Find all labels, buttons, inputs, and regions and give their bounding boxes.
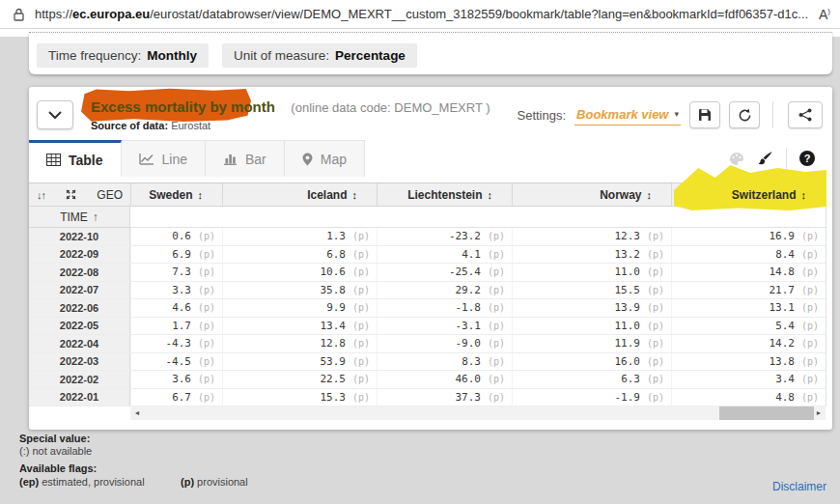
value-cell: 16.9(p) xyxy=(671,228,826,245)
geo-dimension-label: GEO xyxy=(97,188,123,202)
palette-icon[interactable] xyxy=(729,152,744,166)
value-cell: 53.9(p) xyxy=(222,353,377,371)
provisional-flag: (p) xyxy=(346,285,377,295)
provisional-flag: (p) xyxy=(640,266,671,277)
unit-of-measure-chip[interactable]: Unit of measure:Percentage xyxy=(222,43,417,68)
provisional-flag: (p) xyxy=(191,266,222,277)
time-dimension-header[interactable]: TIME ↑ xyxy=(29,207,130,228)
provisional-flag: (p) xyxy=(191,231,222,241)
collapse-panel-button[interactable] xyxy=(37,100,73,129)
column-header-iceland[interactable]: Iceland↕ xyxy=(222,183,377,206)
value-text: 6.7 xyxy=(172,391,191,404)
column-header-sweden[interactable]: Sweden↕ xyxy=(130,183,222,206)
value-text: 35.8 xyxy=(321,284,347,296)
table-row: 2022-016.7(p)15.3(p)37.3(p)-1.9(p)4.8(p) xyxy=(29,389,826,407)
value-text: -4.3 xyxy=(166,337,192,350)
tools-divider xyxy=(786,148,787,169)
brush-icon[interactable] xyxy=(757,151,773,166)
value-cell: 8.4(p) xyxy=(671,246,826,264)
value-text: 1.7 xyxy=(172,320,191,332)
chevron-down-icon xyxy=(48,111,62,120)
chevron-down-icon: ▾ xyxy=(674,109,679,119)
value-cell: -9.0(p) xyxy=(377,335,512,352)
browser-address-bar[interactable]: https://ec.europa.eu/eurostat/databrowse… xyxy=(0,0,840,29)
scroll-left-arrow[interactable]: ◄ xyxy=(130,406,144,420)
table-column-header-row: ↓↑ GEO Sweden↕ Iceland↕ Liechtenstein↕ N… xyxy=(29,183,826,207)
value-text: 5.4 xyxy=(775,320,795,332)
value-cell: 46.0(p) xyxy=(377,371,512,388)
scrollbar-track[interactable] xyxy=(144,406,812,420)
flag-ep-legend: (ep) estimated, provisional xyxy=(19,476,145,488)
value-text: 6.8 xyxy=(326,248,346,261)
value-text: 11.0 xyxy=(615,320,641,332)
value-cell: 4.8(p) xyxy=(671,389,826,406)
view-selector-dropdown[interactable]: Bookmark view ▾ xyxy=(574,105,681,126)
special-value-label: Special value: xyxy=(19,433,90,444)
tab-bar[interactable]: Bar xyxy=(206,140,285,177)
value-text: -25.4 xyxy=(449,266,481,278)
value-text: 11.9 xyxy=(615,337,641,350)
refresh-button[interactable] xyxy=(729,101,760,128)
sort-updown-icon: ↕ xyxy=(647,189,653,201)
provisional-flag: (p) xyxy=(640,392,671,403)
tab-map[interactable]: Map xyxy=(285,140,365,177)
url-text[interactable]: https://ec.europa.eu/eurostat/databrowse… xyxy=(35,7,811,21)
column-header-switzerland[interactable]: Switzerland↕ xyxy=(671,183,826,206)
column-header-norway[interactable]: Norway↕ xyxy=(512,183,671,206)
value-text: 13.8 xyxy=(770,355,796,368)
value-cell: 3.4(p) xyxy=(671,371,826,388)
provisional-flag: (p) xyxy=(346,302,377,313)
value-text: 46.0 xyxy=(456,373,482,385)
provisional-flag: (p) xyxy=(481,249,512,260)
value-text: 4.8 xyxy=(775,391,795,404)
expand-icon[interactable] xyxy=(66,189,76,200)
value-cell: 37.3(p) xyxy=(377,389,512,406)
help-icon[interactable]: ? xyxy=(799,151,815,166)
data-browser-panel: Excess mortality by month (online data c… xyxy=(29,87,832,430)
provisional-flag: (p) xyxy=(191,249,222,260)
tab-table[interactable]: Table xyxy=(29,140,122,177)
value-text: 37.3 xyxy=(456,391,482,404)
disclaimer-link[interactable]: Disclaimer xyxy=(772,480,826,493)
save-view-button[interactable] xyxy=(689,101,720,128)
value-text: 12.8 xyxy=(321,337,347,350)
table-row: 2022-073.3(p)35.8(p)29.2(p)15.5(p)21.7(p… xyxy=(29,282,826,300)
value-text: 13.4 xyxy=(321,320,347,332)
time-cell: 2022-04 xyxy=(29,335,130,352)
provisional-flag: (p) xyxy=(481,285,512,295)
provisional-flag: (p) xyxy=(795,249,826,260)
provisional-flag: (p) xyxy=(481,266,512,277)
value-cell: 6.7(p) xyxy=(130,389,222,406)
value-text: -23.2 xyxy=(449,230,481,242)
time-frequency-chip[interactable]: Time frequency:Monthly xyxy=(37,43,209,68)
view-tabs: Table Line Bar Map ? xyxy=(29,140,832,177)
value-text: 29.2 xyxy=(456,284,482,296)
provisional-flag: (p) xyxy=(346,321,377,331)
provisional-flag: (p) xyxy=(346,356,377,367)
value-text: -4.5 xyxy=(166,355,192,368)
scroll-right-arrow[interactable]: ► xyxy=(812,406,826,420)
value-cell: 4.1(p) xyxy=(377,246,512,264)
tab-line[interactable]: Line xyxy=(122,140,206,177)
sort-icon[interactable]: ↓↑ xyxy=(37,189,45,201)
read-aloud-icon[interactable]: A) xyxy=(819,7,830,22)
value-text: -1.9 xyxy=(615,391,641,404)
value-cell: 13.4(p) xyxy=(222,318,377,335)
value-cell: 13.1(p) xyxy=(671,299,826,317)
provisional-flag: (p) xyxy=(346,231,377,241)
scrollbar-thumb[interactable] xyxy=(719,406,814,420)
provisional-flag: (p) xyxy=(346,266,377,277)
value-cell: -4.5(p) xyxy=(130,353,222,371)
value-text: -3.1 xyxy=(456,320,482,332)
value-text: 3.4 xyxy=(775,373,795,385)
value-cell: 16.0(p) xyxy=(512,353,671,371)
provisional-flag: (p) xyxy=(795,231,826,241)
value-text: 8.4 xyxy=(775,248,795,261)
lock-icon[interactable] xyxy=(10,8,27,21)
share-button[interactable] xyxy=(788,101,823,128)
column-header-liechtenstein[interactable]: Liechtenstein↕ xyxy=(377,183,512,206)
value-text: 12.3 xyxy=(615,230,641,242)
provisional-flag: (p) xyxy=(191,285,222,295)
table-tools: ? xyxy=(729,140,832,177)
value-text: 16.9 xyxy=(770,230,796,242)
